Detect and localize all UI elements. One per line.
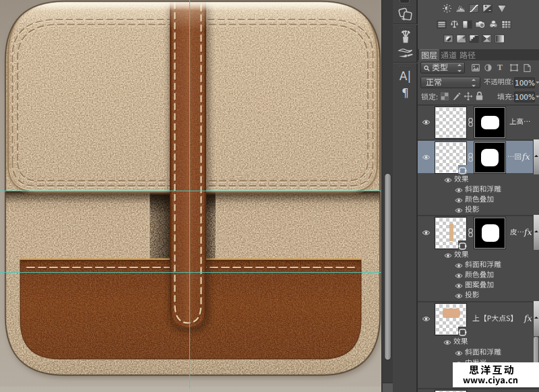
effect-visibility-eye[interactable]: [444, 253, 452, 259]
opacity-dropdown-arrow[interactable]: [535, 77, 539, 88]
effect-visibility-eye[interactable]: [455, 197, 463, 203]
lock-image-pixels-icon[interactable]: [452, 92, 462, 101]
filter-type-layers-icon[interactable]: T: [497, 63, 503, 73]
adjustment-levels-icon[interactable]: [455, 4, 466, 13]
mask-link-icon[interactable]: [468, 118, 473, 127]
lock-all-icon[interactable]: [476, 92, 483, 100]
layer-mask-thumbnail[interactable]: [474, 218, 505, 249]
dock-grip[interactable]: [399, 27, 412, 30]
tab-channels[interactable]: [439, 49, 458, 61]
lock-transparent-pixels-icon[interactable]: [441, 92, 449, 100]
layer-visibility-eye[interactable]: [422, 154, 431, 160]
blend-mode-value: [426, 79, 442, 87]
adjustment-invert-icon[interactable]: [443, 34, 453, 43]
strap: [170, 0, 206, 328]
fx-label: [522, 141, 530, 173]
filter-shape-layers-icon[interactable]: [510, 64, 518, 71]
blend-row: 100%: [418, 75, 539, 90]
effects-row[interactable]: [418, 174, 539, 185]
layer-thumbnail[interactable]: [435, 218, 466, 249]
visibility-toggle[interactable]: [419, 141, 433, 173]
layer-row-2-selected[interactable]: [418, 139, 539, 173]
fill-dropdown-arrow[interactable]: [535, 92, 539, 102]
document-canvas[interactable]: [0, 0, 381, 392]
layer-visibility-eye[interactable]: [422, 316, 431, 322]
canvas-area[interactable]: [0, 0, 381, 392]
document-vertical-scrollbar[interactable]: [381, 0, 393, 392]
effect-row[interactable]: [418, 205, 539, 215]
effect-visibility-eye[interactable]: [455, 273, 463, 279]
collapse-effects-button[interactable]: [533, 215, 539, 250]
lock-position-icon[interactable]: [464, 92, 473, 101]
layer-thumbnail[interactable]: [435, 304, 466, 335]
layer-row-1[interactable]: [418, 104, 539, 138]
effect-visibility-eye[interactable]: [455, 263, 463, 269]
layers-scrollbar-thumb[interactable]: [534, 337, 538, 364]
effect-visibility-eye[interactable]: [455, 207, 463, 214]
adjustment-photo-filter-icon[interactable]: [475, 20, 485, 28]
effect-visibility-eye[interactable]: [455, 293, 463, 299]
effect-visibility-eye[interactable]: [455, 283, 463, 289]
filter-kind-dropdown[interactable]: [420, 62, 465, 73]
effect-row[interactable]: [418, 260, 539, 270]
adjustment-curves-icon[interactable]: [469, 4, 479, 13]
layer-thumbnail[interactable]: [435, 142, 466, 173]
adjustment-vibrance-icon[interactable]: [497, 5, 507, 13]
clone-source-panel-button[interactable]: [397, 7, 414, 22]
adjustment-selective-color-icon[interactable]: [482, 34, 492, 43]
effect-visibility-eye[interactable]: [444, 177, 452, 183]
layer-thumbnail[interactable]: [435, 107, 466, 138]
effect-row[interactable]: [418, 280, 539, 290]
adjustment-threshold-icon[interactable]: [469, 34, 479, 43]
tab-layers[interactable]: [419, 49, 439, 61]
visibility-toggle[interactable]: [419, 106, 433, 138]
brush-presets-panel-button[interactable]: [397, 30, 414, 44]
effects-row[interactable]: [418, 250, 539, 260]
collapse-effects-button[interactable]: [533, 301, 539, 336]
adjustment-hue-saturation-icon[interactable]: [437, 20, 447, 29]
adjustment-black-white-icon[interactable]: [462, 20, 472, 29]
adjustment-brightness-contrast-icon[interactable]: [442, 4, 452, 13]
visibility-toggle[interactable]: [419, 216, 433, 249]
effect-row[interactable]: [418, 185, 539, 195]
filter-adjustment-layers-icon[interactable]: [484, 64, 492, 71]
collapse-effects-button[interactable]: [533, 139, 539, 174]
effect-row[interactable]: [418, 290, 539, 300]
fill-value[interactable]: 100%: [514, 92, 535, 102]
effect-row[interactable]: [418, 195, 539, 205]
opacity-value[interactable]: 100%: [514, 77, 535, 88]
filter-pixel-layers-icon[interactable]: [472, 64, 480, 71]
dock-grip[interactable]: [399, 65, 412, 68]
adjustment-exposure-icon[interactable]: [482, 4, 493, 13]
scrollbar-thumb[interactable]: [384, 173, 391, 360]
partial-panel-icon: [400, 0, 410, 3]
layer-row-3[interactable]: [418, 215, 539, 249]
effect-visibility-eye[interactable]: [455, 350, 463, 356]
effect-visibility-eye[interactable]: [455, 187, 463, 193]
adjustment-color-lookup-icon[interactable]: [501, 20, 511, 29]
layer-visibility-eye[interactable]: [422, 230, 431, 236]
effects-row[interactable]: [418, 336, 539, 347]
effect-row[interactable]: [418, 347, 539, 358]
effect-row[interactable]: [418, 270, 539, 280]
character-panel-button[interactable]: A|: [397, 69, 414, 84]
layer-mask-thumbnail[interactable]: [474, 142, 505, 173]
layer-visibility-eye[interactable]: [422, 119, 431, 125]
visibility-toggle[interactable]: [419, 302, 433, 335]
layer-row-4[interactable]: [418, 301, 539, 335]
layer-mask-thumbnail[interactable]: [474, 107, 505, 138]
adjustment-gradient-map-icon[interactable]: [495, 34, 505, 43]
effect-visibility-eye[interactable]: [443, 339, 451, 346]
mask-link-icon[interactable]: [468, 228, 473, 237]
blend-mode-dropdown[interactable]: [420, 77, 480, 88]
adjustment-channel-mixer-icon[interactable]: [488, 20, 499, 28]
layer-name: [509, 119, 531, 126]
adjustment-color-balance-icon[interactable]: [449, 20, 459, 28]
paragraph-panel-button[interactable]: ¶: [397, 86, 414, 100]
filter-smart-objects-icon[interactable]: [524, 64, 531, 72]
layer-row-5[interactable]: [418, 388, 539, 392]
mask-link-icon[interactable]: [468, 153, 473, 162]
adjustment-posterize-icon[interactable]: [456, 34, 466, 43]
tab-paths[interactable]: [458, 49, 477, 61]
brush-panel-button[interactable]: [397, 46, 414, 60]
